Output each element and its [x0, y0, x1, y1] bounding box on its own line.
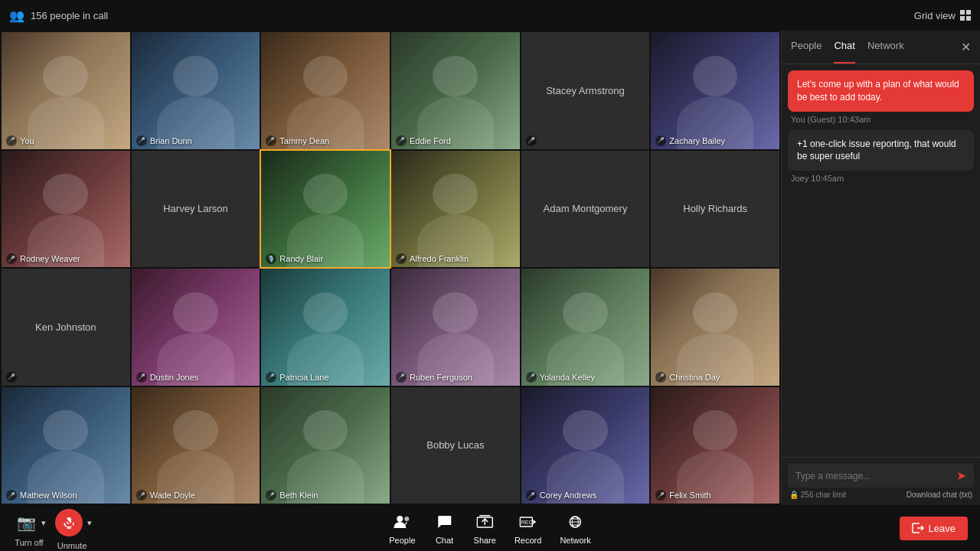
chat-message-other: +1 one-click issue reporting, that would… [788, 130, 974, 184]
table-row[interactable]: 🎤 Rodney Weaver [2, 151, 130, 268]
mic-muted-icon: 🎤 [266, 372, 276, 383]
mic-red-icon [55, 509, 83, 536]
mic-muted-icon: 🎤 [266, 490, 276, 500]
record-label: Record [514, 536, 541, 545]
table-row[interactable]: Ken Johnston 🎤 [2, 269, 130, 386]
table-row[interactable]: Bobby Lucas [391, 387, 520, 504]
mic-muted-icon: 🎤 [655, 372, 666, 383]
top-bar-left: 👥 156 people in call [9, 8, 108, 23]
svg-rect-7 [479, 515, 490, 517]
table-row[interactable]: 🎤 Yolanda Kelley [521, 269, 650, 386]
mic-muted-icon: 🎤 [655, 135, 666, 146]
table-row[interactable]: 🎤 Felix Smith [651, 387, 779, 504]
grid-view-label: Grid view [914, 10, 956, 21]
svg-point-4 [397, 516, 403, 522]
people-button[interactable]: People [383, 508, 421, 548]
mic-muted-icon: 🎤 [266, 135, 276, 146]
network-icon [565, 511, 586, 533]
no-video-placeholder: Bobby Lucas [391, 387, 520, 504]
table-row[interactable]: Harvey Larson [132, 151, 260, 268]
chat-meta-other: Joey 10:45am [788, 174, 974, 183]
table-row[interactable]: 🎤 Tammy Dean [261, 32, 390, 149]
chat-input-row: ➤ [788, 464, 974, 487]
camera-button[interactable]: 📷 [12, 509, 40, 536]
chat-message-input[interactable] [795, 471, 950, 481]
chat-bubble-self: Let's come up with a plan of what would … [788, 70, 974, 112]
mic-muted-icon: 🎤 [526, 490, 537, 500]
sidebar-tabs: People Chat Network ✕ [782, 31, 980, 64]
table-row[interactable]: 🎤 Eddie Ford [391, 32, 520, 149]
chat-icon [434, 511, 456, 533]
chat-footer: 🔒 256 char limit Download chat (txt) [788, 491, 974, 499]
table-row[interactable]: 🎤 Patricia Lane [261, 269, 390, 386]
table-row[interactable]: 🎤 You [2, 32, 130, 149]
table-row[interactable]: 🎤 Christina Day [651, 269, 779, 386]
tab-people[interactable]: People [791, 31, 822, 64]
mic-muted-icon: 🎤 [396, 253, 407, 264]
chat-messages: Let's come up with a plan of what would … [782, 64, 980, 457]
no-video-placeholder: Ken Johnston [2, 269, 130, 386]
share-label: Share [474, 536, 496, 545]
tab-chat[interactable]: Chat [834, 31, 854, 64]
leave-label: Leave [929, 523, 956, 534]
table-row[interactable]: 🎤 Corey Andrews [521, 387, 650, 504]
table-row[interactable]: Adam Montgomery [521, 151, 650, 268]
table-row[interactable]: 🎤 Brian Dunn [132, 32, 260, 149]
chat-button[interactable]: Chat [428, 508, 462, 548]
unmute-button[interactable] [52, 506, 86, 540]
download-chat-link[interactable]: Download chat (txt) [906, 491, 972, 499]
table-row[interactable]: Stacey Armstrong 🎤 [521, 32, 650, 149]
people-label: People [389, 536, 415, 545]
table-row[interactable]: Holly Richards [651, 151, 779, 268]
bottom-right-controls: Leave [900, 517, 968, 540]
network-button[interactable]: Network [554, 508, 596, 548]
mic-muted-icon: 🎤 [655, 490, 666, 500]
sidebar: People Chat Network ✕ Let's come up with… [781, 31, 980, 505]
main-content: 🎤 You 🎤 Brian Dunn 🎤 Tammy Dean [0, 31, 980, 505]
no-video-placeholder: Holly Richards [651, 151, 779, 268]
no-video-placeholder: Harvey Larson [132, 151, 260, 268]
leave-button[interactable]: Leave [900, 517, 968, 540]
network-label: Network [560, 536, 590, 545]
mic-muted-icon: 🎤 [396, 135, 407, 146]
table-row[interactable]: 🎤 Mathew Wilson [2, 387, 130, 504]
char-limit-label: 🔒 256 char limit [789, 491, 846, 499]
mic-chevron-button[interactable]: ▾ [87, 518, 92, 528]
mic-muted-icon: 🎤 [136, 490, 147, 500]
mic-muted-icon: 🎤 [6, 372, 17, 383]
table-row[interactable]: 🎤 Alfredo Franklin [391, 151, 520, 268]
people-icon [391, 511, 413, 533]
bottom-center-controls: People Chat Share [383, 508, 596, 548]
tab-network[interactable]: Network [867, 31, 904, 64]
table-row[interactable]: 🎤 Ruben Ferguson [391, 269, 520, 386]
table-row[interactable]: 🎤 Dustin Jones [132, 269, 260, 386]
record-button[interactable]: REC Record [508, 508, 547, 548]
chat-message-self: Let's come up with a plan of what would … [788, 70, 974, 124]
camera-chevron-button[interactable]: ▾ [41, 518, 46, 528]
mic-muted-icon: 🎤 [136, 135, 147, 146]
video-area: 🎤 You 🎤 Brian Dunn 🎤 Tammy Dean [0, 31, 781, 505]
sidebar-close-button[interactable]: ✕ [961, 40, 971, 54]
mic-active-icon: 🎙️ [266, 253, 276, 264]
table-row[interactable]: 🎙️ Randy Blair [261, 151, 390, 268]
table-row[interactable]: 🎤 Zachary Bailey [651, 32, 779, 149]
chat-bubble-other: +1 one-click issue reporting, that would… [788, 130, 974, 171]
leave-icon [912, 523, 924, 533]
table-row[interactable]: 🎤 Wade Doyle [132, 387, 260, 504]
unmute-label: Unmute [57, 541, 87, 550]
svg-marker-11 [534, 520, 537, 524]
grid-view-button[interactable]: Grid view [914, 10, 971, 21]
camera-icon: 📷 [15, 512, 37, 533]
chat-input-area: ➤ 🔒 256 char limit Download chat (txt) [782, 457, 980, 505]
mic-muted-icon: 🎤 [6, 135, 17, 146]
video-grid: 🎤 You 🎤 Brian Dunn 🎤 Tammy Dean [0, 31, 781, 505]
chat-label: Chat [436, 536, 453, 545]
table-row[interactable]: 🎤 Beth Klein [261, 387, 390, 504]
grid-view-icon [960, 10, 971, 21]
turn-off-label: Turn off [15, 538, 43, 547]
svg-point-5 [404, 517, 409, 521]
people-count-label: 156 people in call [31, 10, 108, 21]
chat-send-button[interactable]: ➤ [956, 468, 966, 483]
share-button[interactable]: Share [468, 508, 502, 548]
top-bar: 👥 156 people in call Grid view [0, 0, 980, 31]
